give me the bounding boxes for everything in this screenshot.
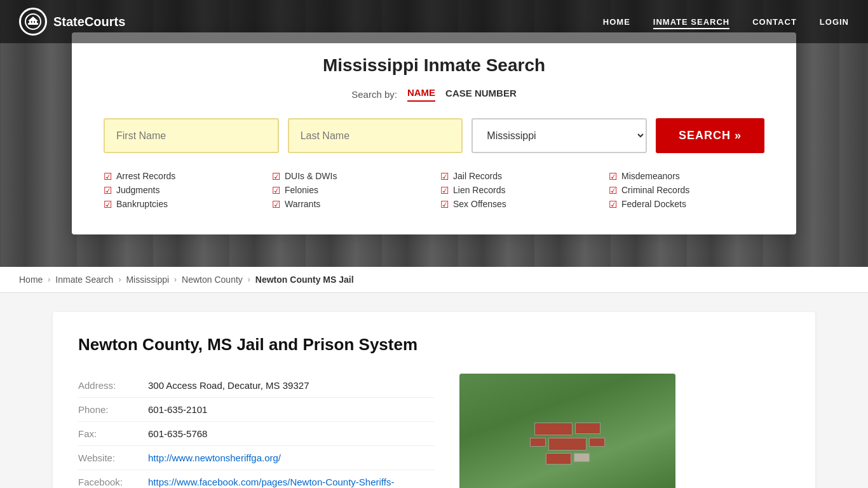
breadcrumb-mississippi[interactable]: Mississippi [126,274,169,285]
facility-buildings [530,423,605,464]
checkbox-item: ☑ Misdemeanors [609,171,764,181]
nav-item-inmate-search[interactable]: INMATE SEARCH [653,16,729,27]
breadcrumb-home[interactable]: Home [19,274,43,285]
checkbox-item: ☑ Warrants [272,199,428,209]
logo-text: StateCourts [53,15,125,29]
tab-name[interactable]: NAME [407,87,435,102]
checkbox-label: Felonies [285,185,318,195]
nav-item-home[interactable]: HOME [603,16,630,27]
value-phone: 601-635-2101 [148,404,207,415]
building-block [575,423,600,434]
value-facebook: https://www.facebook.com/pages/Newton-Co… [148,477,434,488]
label-facebook: Facebook: [78,477,148,487]
checkbox-label: Bankruptcies [116,199,168,209]
checkbox-icon: ☑ [272,172,280,181]
checkbox-icon: ☑ [272,200,280,209]
checkbox-item: ☑ Sex Offenses [440,199,596,209]
navigation: StateCourts HOME INMATE SEARCH CONTACT L… [0,0,868,43]
checkbox-label: Judgments [116,185,159,195]
checkbox-item: ☑ Jail Records [440,171,596,181]
checkbox-icon: ☑ [609,200,617,209]
info-table: Address: 300 Access Road, Decatur, MS 39… [78,374,434,488]
info-grid: Address: 300 Access Road, Decatur, MS 39… [78,374,790,488]
search-button[interactable]: SEARCH » [656,118,764,153]
svg-rect-2 [29,21,31,24]
checkbox-icon: ☑ [104,186,112,195]
label-address: Address: [78,380,148,391]
logo-link[interactable]: StateCourts [19,8,125,36]
breadcrumb-newton-county[interactable]: Newton County [182,274,243,285]
checkbox-icon: ☑ [609,172,617,181]
checkbox-label: Lien Records [453,185,506,195]
building-block [534,423,573,435]
value-fax: 601-635-5768 [148,428,207,439]
checkbox-item: ☑ Judgments [104,185,259,195]
checkbox-item: ☑ Felonies [272,185,428,195]
search-form: Mississippi Alabama Arkansas Florida Geo… [104,118,764,153]
search-by-row: Search by: NAME CASE NUMBER [104,87,764,102]
chevron-icon: › [48,275,50,284]
nav-item-login[interactable]: LOGIN [820,16,849,27]
content-card: Newton County, MS Jail and Prison System… [53,312,815,488]
checkbox-label: Jail Records [453,171,502,181]
checkbox-icon: ☑ [440,200,449,209]
checkboxes-grid: ☑ Arrest Records☑ DUIs & DWIs☑ Jail Reco… [104,171,764,209]
checkbox-item: ☑ Arrest Records [104,171,259,181]
chevron-icon-3: › [174,275,177,284]
website-link[interactable]: http://www.newtonsheriffga.org/ [148,452,281,463]
checkbox-label: Arrest Records [116,171,175,181]
breadcrumb-inmate-search[interactable]: Inmate Search [55,274,113,285]
nav-links: HOME INMATE SEARCH CONTACT LOGIN [603,16,849,27]
checkbox-item: ☑ Criminal Records [609,185,764,195]
checkbox-icon: ☑ [272,186,280,195]
last-name-input[interactable] [288,118,463,153]
search-modal: Mississippi Inmate Search Search by: NAM… [72,32,796,234]
building-block [574,453,590,462]
search-by-label: Search by: [351,89,397,100]
info-row-fax: Fax: 601-635-5768 [78,422,434,446]
checkbox-label: Misdemeanors [621,171,680,181]
checkbox-label: Criminal Records [621,185,689,195]
content-title: Newton County, MS Jail and Prison System [78,335,790,355]
first-name-input[interactable] [104,118,279,153]
modal-title: Mississippi Inmate Search [104,55,764,76]
label-website: Website: [78,452,148,463]
chevron-icon-2: › [118,275,121,284]
facility-image [459,374,675,488]
svg-rect-4 [35,21,37,24]
checkbox-label: Sex Offenses [453,199,506,209]
nav-item-contact[interactable]: CONTACT [752,16,797,27]
checkbox-item: ☑ Federal Dockets [609,199,764,209]
checkbox-label: DUIs & DWIs [285,171,337,181]
logo-icon [19,8,47,36]
checkbox-icon: ☑ [440,186,449,195]
value-address: 300 Access Road, Decatur, MS 39327 [148,380,309,391]
facility-image-inner [459,374,675,488]
label-fax: Fax: [78,428,148,439]
value-website: http://www.newtonsheriffga.org/ [148,452,281,463]
building-block [548,438,587,451]
building-block [530,438,546,447]
checkbox-icon: ☑ [609,186,617,195]
checkbox-label: Federal Dockets [621,199,686,209]
svg-marker-5 [28,17,38,21]
checkbox-icon: ☑ [440,172,449,181]
svg-rect-3 [32,21,34,24]
info-row-facebook: Facebook: https://www.facebook.com/pages… [78,470,434,488]
info-row-phone: Phone: 601-635-2101 [78,398,434,422]
info-row-address: Address: 300 Access Road, Decatur, MS 39… [78,374,434,398]
state-select[interactable]: Mississippi Alabama Arkansas Florida Geo… [471,118,647,153]
tab-case-number[interactable]: CASE NUMBER [445,88,517,101]
breadcrumb-current: Newton County MS Jail [255,274,354,285]
building-block [589,438,605,447]
building-block [546,453,571,464]
checkbox-item: ☑ Bankruptcies [104,199,259,209]
facebook-link[interactable]: https://www.facebook.com/pages/Newton-Co… [148,477,394,488]
checkbox-item: ☑ DUIs & DWIs [272,171,428,181]
checkbox-item: ☑ Lien Records [440,185,596,195]
breadcrumb: Home › Inmate Search › Mississippi › New… [0,267,868,293]
main-content: Newton County, MS Jail and Prison System… [0,293,868,488]
checkbox-icon: ☑ [104,200,112,209]
info-row-website: Website: http://www.newtonsheriffga.org/ [78,446,434,470]
checkbox-icon: ☑ [104,172,112,181]
